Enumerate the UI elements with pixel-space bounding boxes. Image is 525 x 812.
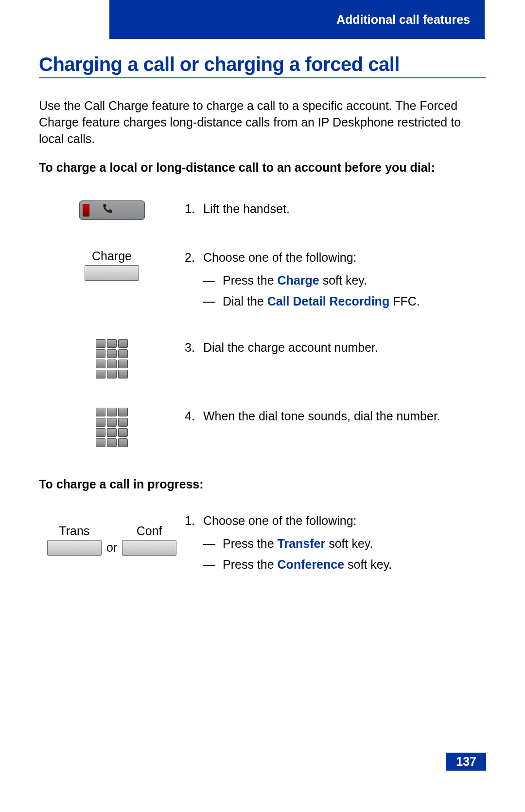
bullet-line: — Press the Conference soft key. [185, 556, 486, 573]
page-number: 137 [456, 755, 476, 768]
header-section-text: Additional call features [336, 13, 470, 27]
bullet-term: Conference [278, 558, 345, 571]
bullet-term: Charge [278, 273, 319, 287]
step-number: 1. [185, 512, 203, 529]
step-text: Choose one of the following: [203, 249, 357, 266]
softkey-button-icon [47, 540, 102, 556]
step-text: Dial the charge account number. [203, 339, 378, 356]
handset-glyph-icon [101, 202, 114, 218]
step-number: 1. [185, 200, 203, 217]
header-section-tab: Additional call features [109, 0, 485, 39]
proc1-step-row: 1. Lift the handset. [39, 200, 486, 220]
step-text: When the dial tone sounds, dial the numb… [203, 408, 440, 425]
dash-icon: — [203, 293, 223, 310]
handset-button-icon [79, 200, 145, 220]
led-indicator-icon [83, 204, 89, 217]
or-text: or [106, 541, 117, 556]
bullet-pre: Press the [223, 537, 278, 550]
softkey-label: Conf [137, 524, 162, 538]
step-number: 2. [185, 249, 203, 266]
bullet-pre: Press the [223, 273, 278, 287]
keypad-icon [96, 408, 128, 447]
proc1-step-row: 3. Dial the charge account number. [39, 339, 486, 379]
page-title: Charging a call or charging a forced cal… [39, 54, 486, 78]
softkey-charge-icon: Charge [85, 249, 139, 281]
bullet-term: Call Detail Recording [267, 294, 389, 308]
intro-paragraph: Use the Call Charge feature to charge a … [39, 98, 486, 147]
softkey-button-icon [85, 265, 139, 281]
bullet-post: soft key. [344, 558, 392, 571]
bullet-line: — Press the Charge soft key. [185, 272, 486, 289]
step-number: 4. [185, 408, 203, 425]
dash-icon: — [203, 556, 223, 573]
trans-or-conf-icon: Trans or Conf [47, 524, 176, 556]
bullet-post: FFC. [389, 294, 420, 308]
page-number-badge: 137 [446, 753, 486, 771]
bullet-pre: Dial the [223, 294, 267, 308]
procedure2-heading: To charge a call in progress: [39, 476, 486, 493]
proc1-step-row: 4. When the dial tone sounds, dial the n… [39, 408, 486, 447]
dash-icon: — [203, 272, 223, 289]
bullet-term: Transfer [278, 537, 326, 550]
proc2-step-row: Trans or Conf 1. Choose one of the follo… [39, 512, 486, 573]
proc1-step-row: Charge 2. Choose one of the following: —… [39, 249, 486, 310]
softkey-label: Charge [92, 249, 132, 263]
step-text: Choose one of the following: [203, 512, 357, 529]
bullet-pre: Press the [223, 558, 278, 571]
step-number: 3. [185, 339, 203, 356]
dash-icon: — [203, 535, 223, 552]
bullet-line: — Dial the Call Detail Recording FFC. [185, 293, 486, 310]
step-text: Lift the handset. [203, 200, 290, 217]
bullet-post: soft key. [319, 273, 367, 287]
softkey-button-icon [122, 540, 176, 556]
softkey-label: Trans [59, 524, 89, 538]
procedure1-heading: To charge a local or long-distance call … [39, 160, 486, 176]
keypad-icon [96, 339, 128, 379]
bullet-line: — Press the Transfer soft key. [185, 535, 486, 552]
bullet-post: soft key. [325, 537, 373, 550]
